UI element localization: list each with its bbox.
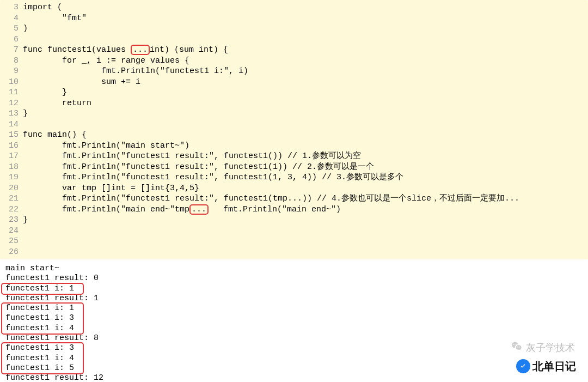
- watermark-brand: 北单日记: [516, 359, 576, 373]
- line-number: 20: [0, 183, 23, 194]
- terminal-output: main start~functest1 result: 0functest1 …: [0, 259, 588, 382]
- line-number-gutter: 3456789101112131415161718192021222324252…: [0, 2, 23, 257]
- code-line: [23, 34, 588, 45]
- code-line: sum += i: [23, 77, 588, 88]
- line-number: 5: [0, 23, 23, 34]
- output-line: functest1 i: 4: [5, 354, 583, 363]
- line-number: 9: [0, 66, 23, 77]
- code-line: [23, 247, 588, 258]
- wechat-icon: [511, 341, 523, 356]
- line-number: 7: [0, 45, 23, 56]
- highlight-box: ...: [189, 204, 209, 215]
- output-line: functest1 i: 5: [5, 363, 583, 373]
- line-number: 25: [0, 236, 23, 247]
- watermark-author: 灰子学技术: [511, 341, 575, 356]
- code-editor: 3456789101112131415161718192021222324252…: [0, 0, 588, 259]
- code-line: }: [23, 215, 588, 226]
- output-highlight-box: [1, 302, 84, 335]
- line-number: 22: [0, 204, 23, 215]
- code-line: fmt.Println("functest1 result:", functes…: [23, 151, 588, 162]
- code-line: import (: [23, 2, 588, 13]
- code-line: fmt.Println("functest1 result:", functes…: [23, 193, 588, 204]
- code-line: func functest1(values ...int) (sum int) …: [23, 45, 588, 56]
- line-number: 15: [0, 130, 23, 141]
- code-line: fmt.Println("main end~"tmp... fmt.Printl…: [23, 204, 588, 215]
- code-line: ): [23, 23, 588, 34]
- code-line: var tmp []int = []int{3,4,5}: [23, 183, 588, 194]
- code-line: [23, 236, 588, 247]
- line-number: 18: [0, 162, 23, 173]
- check-circle-icon: [516, 359, 530, 373]
- line-number: 16: [0, 141, 23, 151]
- code-line: }: [23, 108, 588, 119]
- output-line: functest1 i: 1: [5, 284, 583, 294]
- output-line: functest1 result: 1: [5, 294, 583, 304]
- code-line: return: [23, 98, 588, 109]
- line-number: 8: [0, 56, 23, 66]
- code-line: "fmt": [23, 13, 588, 24]
- code-line: fmt.Println("functest1 result:", functes…: [23, 172, 588, 183]
- watermark-author-text: 灰子学技术: [526, 342, 575, 354]
- code-line: }: [23, 87, 588, 98]
- code-line: func main() {: [23, 130, 588, 141]
- output-line: functest1 result: 0: [5, 274, 583, 283]
- output-highlight-box: [1, 342, 84, 374]
- line-number: 24: [0, 226, 23, 237]
- code-line: fmt.Println("main start~"): [23, 141, 588, 151]
- line-number: 6: [0, 34, 23, 45]
- line-number: 14: [0, 119, 23, 130]
- line-number: 3: [0, 2, 23, 13]
- output-line: functest1 result: 8: [5, 334, 583, 343]
- line-number: 26: [0, 247, 23, 258]
- code-line: fmt.Println("functest1 result:", functes…: [23, 162, 588, 173]
- line-number: 13: [0, 108, 23, 119]
- output-line: functest1 i: 3: [5, 313, 583, 323]
- code-line: [23, 226, 588, 237]
- output-line: functest1 i: 4: [5, 324, 583, 334]
- line-number: 11: [0, 87, 23, 98]
- watermark-brand-text: 北单日记: [532, 359, 576, 373]
- code-line: for _, i := range values {: [23, 56, 588, 66]
- line-number: 23: [0, 215, 23, 226]
- line-number: 4: [0, 13, 23, 24]
- output-highlight-box: [1, 283, 84, 295]
- line-number: 21: [0, 193, 23, 204]
- output-line: functest1 i: 1: [5, 304, 583, 313]
- output-line: functest1 i: 3: [5, 343, 583, 353]
- line-number: 19: [0, 172, 23, 183]
- line-number: 17: [0, 151, 23, 162]
- line-number: 12: [0, 98, 23, 109]
- code-body: import ( "fmt")func functest1(values ...…: [23, 2, 588, 257]
- line-number: 10: [0, 77, 23, 88]
- highlight-box: ...: [131, 45, 150, 55]
- code-line: [23, 119, 588, 130]
- output-line: main start~: [5, 264, 583, 274]
- output-line: functest1 result: 12: [5, 373, 583, 382]
- code-line: fmt.Println("functest1 i:", i): [23, 66, 588, 77]
